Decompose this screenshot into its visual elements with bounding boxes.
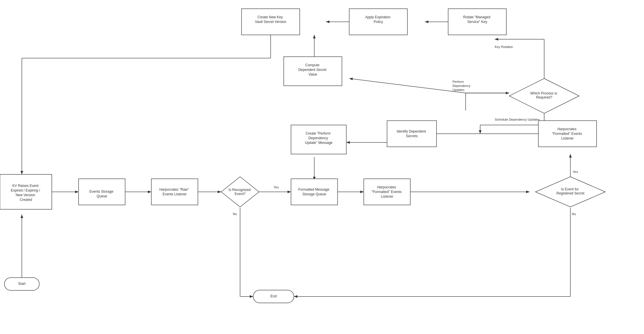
raw-listener-node xyxy=(151,179,198,205)
diagram-container: Start KV Raises Event Expired / Expiring… xyxy=(0,0,644,334)
yes-registered-label: Yes xyxy=(573,170,578,174)
create-perform-label: Create "Perform Dependency Update" Messa… xyxy=(305,131,333,145)
no-registered-label: No xyxy=(572,212,576,216)
yes-recognized-label: Yes xyxy=(274,185,279,189)
arrow-which-to-compute xyxy=(349,78,466,93)
end-label: End xyxy=(270,294,276,298)
formatted-queue-node xyxy=(291,179,338,205)
perform-dep-label: Perform Dependency Updates xyxy=(453,80,471,92)
start-label: Start xyxy=(18,282,26,286)
no-recognized-label: No xyxy=(233,212,237,216)
key-rotation-label: Key Rotation xyxy=(495,45,513,49)
identify-secrets-node xyxy=(387,121,437,147)
schedule-dep-label: Schedule Dependency Updates xyxy=(495,118,540,121)
